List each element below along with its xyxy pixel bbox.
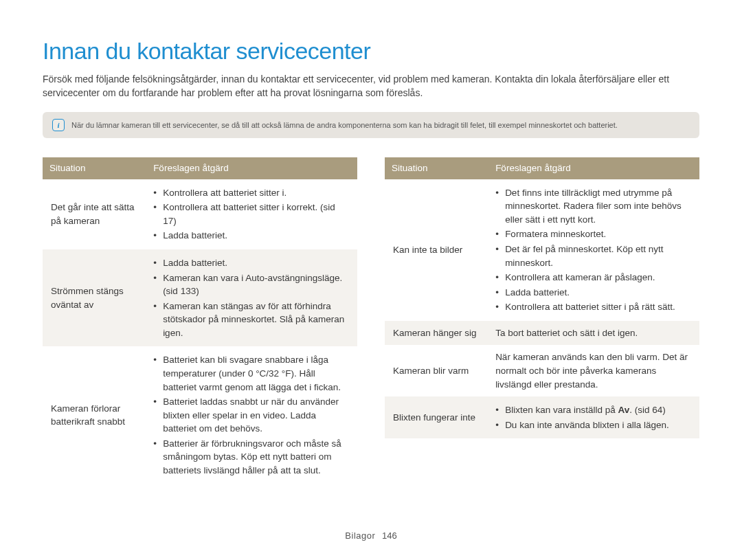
- action-cell: När kameran används kan den bli varm. De…: [488, 345, 699, 396]
- right-column: Situation Föreslagen åtgärd Kan inte ta …: [385, 157, 699, 484]
- situation-cell: Strömmen stängs oväntat av: [43, 249, 146, 346]
- page-footer: Bilagor 146: [0, 530, 742, 541]
- list-item: Kontrollera att kameran är påslagen.: [495, 271, 693, 284]
- action-list: Ladda batteriet.Kameran kan vara i Auto-…: [153, 256, 350, 339]
- left-column: Situation Föreslagen åtgärd Det går inte…: [43, 157, 357, 484]
- action-list: Det finns inte tillräckligt med utrymme …: [495, 186, 693, 314]
- note-box: i När du lämnar kameran till ett service…: [43, 112, 699, 138]
- footer-page-number: 146: [382, 530, 397, 541]
- action-cell: Ladda batteriet.Kameran kan vara i Auto-…: [146, 249, 357, 346]
- table-row: Kameran blir varmNär kameran används kan…: [385, 345, 699, 396]
- situation-cell: Kameran hänger sig: [385, 321, 488, 346]
- list-item: Det finns inte tillräckligt med utrymme …: [495, 186, 693, 227]
- th-situation: Situation: [385, 157, 488, 179]
- table-row: Kameran hänger sigTa bort batteriet och …: [385, 321, 699, 346]
- table-row: Blixten fungerar inteBlixten kan vara in…: [385, 396, 699, 438]
- situation-cell: Blixten fungerar inte: [385, 396, 488, 438]
- note-icon: i: [52, 119, 65, 131]
- list-item: Batterier är förbrukningsvaror och måste…: [153, 437, 350, 478]
- situation-cell: Det går inte att sätta på kameran: [43, 179, 146, 249]
- th-action: Föreslagen åtgärd: [146, 157, 357, 179]
- th-action: Föreslagen åtgärd: [488, 157, 699, 179]
- intro-paragraph: Försök med följande felsökningsåtgärder,…: [43, 73, 699, 100]
- list-item: Kameran kan stängas av för att förhindra…: [153, 300, 350, 340]
- situation-cell: Kan inte ta bilder: [385, 179, 488, 321]
- list-item: Batteriet kan bli svagare snabbare i låg…: [153, 353, 350, 394]
- list-item: Kontrollera att batteriet sitter i på rä…: [495, 300, 693, 314]
- content-columns: Situation Föreslagen åtgärd Det går inte…: [43, 157, 699, 484]
- action-cell: Blixten kan vara inställd på Av. (sid 64…: [488, 396, 699, 438]
- list-item: Blixten kan vara inställd på Av. (sid 64…: [495, 403, 693, 417]
- situation-cell: Kameran blir varm: [385, 345, 488, 396]
- situation-cell: Kameran förlorar batterikraft snabbt: [43, 346, 146, 484]
- list-item: Kameran kan vara i Auto-avstängningsläge…: [153, 271, 350, 298]
- list-item: Formatera minneskortet.: [495, 227, 693, 241]
- footer-section-label: Bilagor: [345, 530, 375, 541]
- troubleshoot-table-left: Situation Föreslagen åtgärd Det går inte…: [43, 157, 357, 484]
- action-cell: Det finns inte tillräckligt med utrymme …: [488, 179, 699, 321]
- list-item: Kontrollera att batteriet sitter i korre…: [153, 201, 350, 227]
- list-item: Ladda batteriet.: [495, 286, 693, 300]
- list-item: Batteriet laddas snabbt ur när du använd…: [153, 395, 350, 436]
- list-item: Du kan inte använda blixten i alla lägen…: [495, 418, 693, 432]
- list-item: Det är fel på minneskortet. Köp ett nytt…: [495, 243, 693, 269]
- list-item: Ladda batteriet.: [153, 229, 350, 243]
- action-list: Batteriet kan bli svagare snabbare i låg…: [153, 353, 350, 477]
- action-cell: Batteriet kan bli svagare snabbare i låg…: [146, 346, 357, 484]
- table-row: Det går inte att sätta på kameranKontrol…: [43, 179, 357, 249]
- table-row: Kameran förlorar batterikraft snabbtBatt…: [43, 346, 357, 484]
- action-cell: Ta bort batteriet och sätt i det igen.: [488, 321, 699, 346]
- table-row: Kan inte ta bilderDet finns inte tillräc…: [385, 179, 699, 321]
- table-row: Strömmen stängs oväntat avLadda batterie…: [43, 249, 357, 346]
- note-text: När du lämnar kameran till ett servicece…: [71, 120, 618, 130]
- troubleshoot-table-right: Situation Föreslagen åtgärd Kan inte ta …: [385, 157, 699, 438]
- list-item: Ladda batteriet.: [153, 256, 350, 270]
- list-item: Kontrollera att batteriet sitter i.: [153, 186, 350, 200]
- action-cell: Kontrollera att batteriet sitter i.Kontr…: [146, 179, 357, 249]
- page-title: Innan du kontaktar servicecenter: [43, 38, 699, 65]
- action-list: Kontrollera att batteriet sitter i.Kontr…: [153, 186, 350, 243]
- th-situation: Situation: [43, 157, 146, 179]
- action-list: Blixten kan vara inställd på Av. (sid 64…: [495, 403, 693, 432]
